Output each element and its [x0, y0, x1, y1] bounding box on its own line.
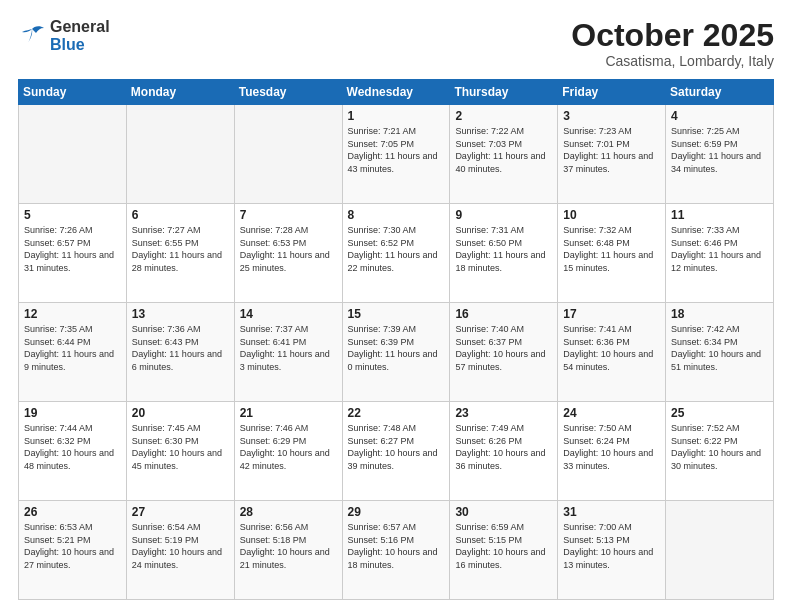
day-number: 30	[455, 505, 552, 519]
day-info: Sunrise: 7:40 AM Sunset: 6:37 PM Dayligh…	[455, 323, 552, 373]
day-info: Sunrise: 7:30 AM Sunset: 6:52 PM Dayligh…	[348, 224, 445, 274]
day-info: Sunrise: 7:45 AM Sunset: 6:30 PM Dayligh…	[132, 422, 229, 472]
day-number: 27	[132, 505, 229, 519]
table-row: 18Sunrise: 7:42 AM Sunset: 6:34 PM Dayli…	[666, 303, 774, 402]
table-row: 20Sunrise: 7:45 AM Sunset: 6:30 PM Dayli…	[126, 402, 234, 501]
day-number: 8	[348, 208, 445, 222]
day-number: 24	[563, 406, 660, 420]
header-sunday: Sunday	[19, 80, 127, 105]
header-saturday: Saturday	[666, 80, 774, 105]
table-row: 2Sunrise: 7:22 AM Sunset: 7:03 PM Daylig…	[450, 105, 558, 204]
day-number: 1	[348, 109, 445, 123]
table-row: 12Sunrise: 7:35 AM Sunset: 6:44 PM Dayli…	[19, 303, 127, 402]
day-number: 13	[132, 307, 229, 321]
day-info: Sunrise: 7:28 AM Sunset: 6:53 PM Dayligh…	[240, 224, 337, 274]
table-row	[19, 105, 127, 204]
day-info: Sunrise: 7:22 AM Sunset: 7:03 PM Dayligh…	[455, 125, 552, 175]
day-info: Sunrise: 7:35 AM Sunset: 6:44 PM Dayligh…	[24, 323, 121, 373]
header-wednesday: Wednesday	[342, 80, 450, 105]
day-number: 20	[132, 406, 229, 420]
logo: General Blue	[18, 18, 110, 54]
day-info: Sunrise: 7:36 AM Sunset: 6:43 PM Dayligh…	[132, 323, 229, 373]
day-number: 7	[240, 208, 337, 222]
day-number: 14	[240, 307, 337, 321]
day-info: Sunrise: 6:56 AM Sunset: 5:18 PM Dayligh…	[240, 521, 337, 571]
logo-general: General	[50, 18, 110, 35]
table-row: 23Sunrise: 7:49 AM Sunset: 6:26 PM Dayli…	[450, 402, 558, 501]
day-info: Sunrise: 7:37 AM Sunset: 6:41 PM Dayligh…	[240, 323, 337, 373]
table-row: 17Sunrise: 7:41 AM Sunset: 6:36 PM Dayli…	[558, 303, 666, 402]
table-row: 27Sunrise: 6:54 AM Sunset: 5:19 PM Dayli…	[126, 501, 234, 600]
day-info: Sunrise: 7:52 AM Sunset: 6:22 PM Dayligh…	[671, 422, 768, 472]
day-number: 12	[24, 307, 121, 321]
table-row: 3Sunrise: 7:23 AM Sunset: 7:01 PM Daylig…	[558, 105, 666, 204]
day-info: Sunrise: 7:46 AM Sunset: 6:29 PM Dayligh…	[240, 422, 337, 472]
header-monday: Monday	[126, 80, 234, 105]
table-row: 7Sunrise: 7:28 AM Sunset: 6:53 PM Daylig…	[234, 204, 342, 303]
day-info: Sunrise: 7:27 AM Sunset: 6:55 PM Dayligh…	[132, 224, 229, 274]
logo-blue: Blue	[50, 36, 85, 53]
day-number: 23	[455, 406, 552, 420]
day-number: 6	[132, 208, 229, 222]
day-info: Sunrise: 7:26 AM Sunset: 6:57 PM Dayligh…	[24, 224, 121, 274]
day-info: Sunrise: 6:57 AM Sunset: 5:16 PM Dayligh…	[348, 521, 445, 571]
day-number: 17	[563, 307, 660, 321]
weekday-header-row: Sunday Monday Tuesday Wednesday Thursday…	[19, 80, 774, 105]
day-number: 10	[563, 208, 660, 222]
table-row: 14Sunrise: 7:37 AM Sunset: 6:41 PM Dayli…	[234, 303, 342, 402]
table-row: 31Sunrise: 7:00 AM Sunset: 5:13 PM Dayli…	[558, 501, 666, 600]
week-row-5: 26Sunrise: 6:53 AM Sunset: 5:21 PM Dayli…	[19, 501, 774, 600]
day-number: 22	[348, 406, 445, 420]
day-number: 15	[348, 307, 445, 321]
day-info: Sunrise: 6:54 AM Sunset: 5:19 PM Dayligh…	[132, 521, 229, 571]
header-friday: Friday	[558, 80, 666, 105]
day-number: 5	[24, 208, 121, 222]
title-block: October 2025 Casatisma, Lombardy, Italy	[571, 18, 774, 69]
day-info: Sunrise: 6:59 AM Sunset: 5:15 PM Dayligh…	[455, 521, 552, 571]
table-row: 4Sunrise: 7:25 AM Sunset: 6:59 PM Daylig…	[666, 105, 774, 204]
location: Casatisma, Lombardy, Italy	[571, 53, 774, 69]
week-row-4: 19Sunrise: 7:44 AM Sunset: 6:32 PM Dayli…	[19, 402, 774, 501]
day-info: Sunrise: 7:49 AM Sunset: 6:26 PM Dayligh…	[455, 422, 552, 472]
table-row: 15Sunrise: 7:39 AM Sunset: 6:39 PM Dayli…	[342, 303, 450, 402]
day-info: Sunrise: 7:41 AM Sunset: 6:36 PM Dayligh…	[563, 323, 660, 373]
day-info: Sunrise: 7:25 AM Sunset: 6:59 PM Dayligh…	[671, 125, 768, 175]
day-number: 9	[455, 208, 552, 222]
table-row: 5Sunrise: 7:26 AM Sunset: 6:57 PM Daylig…	[19, 204, 127, 303]
logo-bird-icon	[18, 25, 46, 47]
week-row-1: 1Sunrise: 7:21 AM Sunset: 7:05 PM Daylig…	[19, 105, 774, 204]
page: General Blue October 2025 Casatisma, Lom…	[0, 0, 792, 612]
table-row: 6Sunrise: 7:27 AM Sunset: 6:55 PM Daylig…	[126, 204, 234, 303]
day-info: Sunrise: 7:32 AM Sunset: 6:48 PM Dayligh…	[563, 224, 660, 274]
day-info: Sunrise: 7:21 AM Sunset: 7:05 PM Dayligh…	[348, 125, 445, 175]
day-number: 4	[671, 109, 768, 123]
header-thursday: Thursday	[450, 80, 558, 105]
day-number: 29	[348, 505, 445, 519]
day-number: 19	[24, 406, 121, 420]
week-row-2: 5Sunrise: 7:26 AM Sunset: 6:57 PM Daylig…	[19, 204, 774, 303]
header: General Blue October 2025 Casatisma, Lom…	[18, 18, 774, 69]
table-row: 16Sunrise: 7:40 AM Sunset: 6:37 PM Dayli…	[450, 303, 558, 402]
day-number: 3	[563, 109, 660, 123]
calendar-table: Sunday Monday Tuesday Wednesday Thursday…	[18, 79, 774, 600]
day-info: Sunrise: 7:39 AM Sunset: 6:39 PM Dayligh…	[348, 323, 445, 373]
table-row	[234, 105, 342, 204]
day-number: 11	[671, 208, 768, 222]
day-info: Sunrise: 7:48 AM Sunset: 6:27 PM Dayligh…	[348, 422, 445, 472]
day-number: 25	[671, 406, 768, 420]
table-row: 29Sunrise: 6:57 AM Sunset: 5:16 PM Dayli…	[342, 501, 450, 600]
table-row: 21Sunrise: 7:46 AM Sunset: 6:29 PM Dayli…	[234, 402, 342, 501]
table-row: 19Sunrise: 7:44 AM Sunset: 6:32 PM Dayli…	[19, 402, 127, 501]
day-info: Sunrise: 7:33 AM Sunset: 6:46 PM Dayligh…	[671, 224, 768, 274]
day-info: Sunrise: 7:42 AM Sunset: 6:34 PM Dayligh…	[671, 323, 768, 373]
table-row: 26Sunrise: 6:53 AM Sunset: 5:21 PM Dayli…	[19, 501, 127, 600]
month-title: October 2025	[571, 18, 774, 53]
table-row: 30Sunrise: 6:59 AM Sunset: 5:15 PM Dayli…	[450, 501, 558, 600]
day-info: Sunrise: 6:53 AM Sunset: 5:21 PM Dayligh…	[24, 521, 121, 571]
day-info: Sunrise: 7:50 AM Sunset: 6:24 PM Dayligh…	[563, 422, 660, 472]
day-number: 28	[240, 505, 337, 519]
table-row: 25Sunrise: 7:52 AM Sunset: 6:22 PM Dayli…	[666, 402, 774, 501]
day-number: 26	[24, 505, 121, 519]
day-info: Sunrise: 7:23 AM Sunset: 7:01 PM Dayligh…	[563, 125, 660, 175]
table-row: 10Sunrise: 7:32 AM Sunset: 6:48 PM Dayli…	[558, 204, 666, 303]
